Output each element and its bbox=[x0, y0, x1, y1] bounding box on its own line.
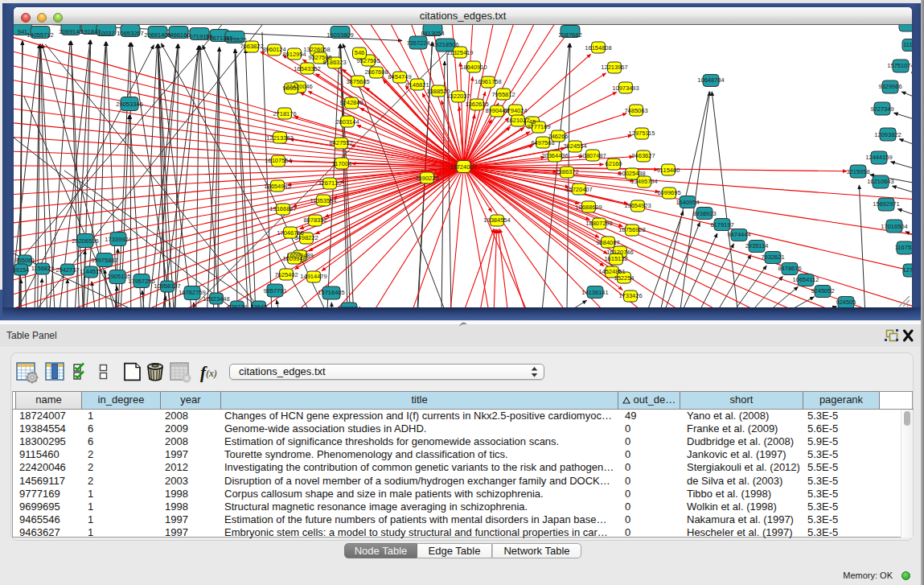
svg-text:13226058: 13226058 bbox=[303, 46, 330, 53]
svg-text:10654112: 10654112 bbox=[793, 276, 819, 283]
svg-text:19166827: 19166827 bbox=[269, 205, 296, 212]
svg-text:11325419: 11325419 bbox=[447, 49, 474, 56]
svg-text:9777169: 9777169 bbox=[527, 123, 550, 130]
svg-text:16033809: 16033809 bbox=[326, 31, 353, 39]
svg-text:20206536: 20206536 bbox=[72, 237, 98, 245]
svg-text:10025438: 10025438 bbox=[618, 170, 645, 177]
svg-text:16210643: 16210643 bbox=[867, 178, 893, 185]
svg-text:1640954: 1640954 bbox=[676, 199, 699, 206]
svg-text:10807487: 10807487 bbox=[579, 152, 606, 159]
svg-text:1733426: 1733426 bbox=[618, 292, 642, 299]
svg-text:19384554: 19384554 bbox=[483, 216, 510, 224]
svg-text:2803144: 2803144 bbox=[335, 118, 359, 126]
svg-text:2087682: 2087682 bbox=[558, 31, 581, 39]
svg-text:15716485: 15716485 bbox=[318, 289, 344, 296]
svg-text:8427552: 8427552 bbox=[329, 139, 352, 146]
svg-text:20364436: 20364436 bbox=[541, 152, 568, 159]
svg-text:12213967: 12213967 bbox=[601, 64, 627, 71]
svg-text:14914479: 14914479 bbox=[300, 273, 326, 280]
svg-text:7955812: 7955812 bbox=[491, 91, 515, 98]
svg-text:6099695: 6099695 bbox=[657, 189, 680, 196]
svg-text:1621022: 1621022 bbox=[506, 117, 529, 124]
svg-text:8912954: 8912954 bbox=[282, 51, 306, 58]
svg-text:117004: 117004 bbox=[332, 160, 351, 167]
svg-text:8813054: 8813054 bbox=[421, 30, 444, 37]
svg-text:7357224: 7357224 bbox=[406, 39, 429, 47]
svg-text:9329966: 9329966 bbox=[878, 83, 901, 90]
svg-text:10756928: 10756928 bbox=[618, 226, 645, 233]
svg-text:12776: 12776 bbox=[903, 266, 912, 274]
svg-text:29053346: 29053346 bbox=[116, 101, 142, 108]
svg-text:9084067: 9084067 bbox=[596, 239, 619, 246]
svg-text:9245052: 9245052 bbox=[811, 287, 834, 295]
svg-text:12213363: 12213363 bbox=[266, 134, 293, 142]
svg-text:1615132: 1615132 bbox=[604, 255, 627, 262]
svg-text:9857791: 9857791 bbox=[263, 287, 286, 295]
svg-text:99975887: 99975887 bbox=[91, 257, 117, 264]
svg-text:83645: 83645 bbox=[251, 303, 268, 307]
svg-text:12975115: 12975115 bbox=[629, 130, 655, 137]
svg-text:3267130: 3267130 bbox=[318, 179, 341, 187]
svg-text:2905334: 2905334 bbox=[337, 305, 360, 307]
svg-text:16782759: 16782759 bbox=[179, 289, 205, 296]
svg-text:8938923: 8938923 bbox=[692, 210, 716, 217]
svg-text:8322037: 8322037 bbox=[446, 93, 470, 100]
svg-text:10648784: 10648784 bbox=[697, 76, 724, 84]
svg-text:16961758: 16961758 bbox=[474, 78, 501, 85]
svg-text:8878352: 8878352 bbox=[303, 216, 326, 224]
svg-text:9242848: 9242848 bbox=[339, 99, 363, 106]
svg-text:2942737: 2942737 bbox=[55, 266, 79, 274]
svg-text:152254: 152254 bbox=[614, 274, 634, 282]
svg-text:16107554: 16107554 bbox=[265, 157, 291, 164]
svg-text:(x): (x) bbox=[206, 368, 217, 379]
svg-text:2867608: 2867608 bbox=[364, 68, 388, 76]
svg-text:8186323: 8186323 bbox=[322, 59, 346, 66]
svg-text:9463627: 9463627 bbox=[631, 152, 655, 159]
svg-text:1609948: 1609948 bbox=[282, 255, 306, 262]
svg-text:12905135: 12905135 bbox=[104, 273, 130, 280]
svg-text:16154808: 16154808 bbox=[585, 44, 611, 51]
svg-text:10688609: 10688609 bbox=[575, 204, 602, 211]
svg-text:12093822: 12093822 bbox=[874, 131, 901, 138]
svg-text:8454749: 8454749 bbox=[388, 73, 411, 80]
svg-text:7625402: 7625402 bbox=[274, 271, 298, 278]
svg-text:6497568: 6497568 bbox=[531, 139, 554, 146]
svg-text:19654923: 19654923 bbox=[624, 202, 651, 209]
svg-text:11353594: 11353594 bbox=[310, 197, 337, 204]
svg-text:98901: 98901 bbox=[283, 84, 300, 92]
svg-text:1117: 1117 bbox=[903, 41, 912, 48]
svg-text:2069140: 2069140 bbox=[59, 28, 82, 35]
svg-text:7386372: 7386372 bbox=[555, 168, 578, 175]
svg-text:9227349: 9227349 bbox=[870, 105, 893, 113]
svg-text:6179197: 6179197 bbox=[710, 221, 733, 229]
svg-text:7485063: 7485063 bbox=[624, 107, 647, 114]
svg-text:9146821: 9146821 bbox=[405, 81, 429, 89]
svg-text:14136141: 14136141 bbox=[581, 289, 608, 296]
svg-text:1144519: 1144519 bbox=[80, 268, 103, 275]
svg-text:16543362: 16543362 bbox=[294, 65, 320, 72]
svg-text:17016504: 17016504 bbox=[881, 223, 907, 230]
svg-text:19218506: 19218506 bbox=[432, 41, 458, 48]
svg-text:10973493: 10973493 bbox=[612, 84, 639, 92]
svg-text:924505: 924505 bbox=[836, 299, 856, 306]
svg-text:7932621: 7932621 bbox=[761, 253, 784, 261]
svg-text:116753: 116753 bbox=[895, 244, 912, 251]
svg-text:15720407: 15720407 bbox=[565, 186, 592, 193]
svg-text:13495794: 13495794 bbox=[630, 178, 657, 185]
svg-text:2718176: 2718176 bbox=[273, 110, 296, 117]
svg-text:12923448: 12923448 bbox=[203, 295, 229, 303]
svg-text:129234: 129234 bbox=[227, 303, 247, 307]
svg-text:10653267: 10653267 bbox=[117, 30, 143, 37]
svg-text:2935114: 2935114 bbox=[745, 242, 769, 249]
svg-text:3498222: 3498222 bbox=[294, 234, 318, 241]
svg-text:1156829: 1156829 bbox=[31, 265, 55, 272]
svg-text:3215958: 3215958 bbox=[846, 168, 869, 175]
svg-text:18640910: 18640910 bbox=[460, 64, 487, 71]
svg-text:10037: 10037 bbox=[98, 30, 115, 37]
svg-text:2590225: 2590225 bbox=[415, 175, 438, 182]
svg-text:10958107: 10958107 bbox=[154, 282, 180, 290]
svg-text:9115460: 9115460 bbox=[657, 167, 680, 174]
svg-text:3875685: 3875685 bbox=[346, 78, 369, 85]
svg-text:6794024: 6794024 bbox=[503, 107, 527, 114]
svg-text:18807299: 18807299 bbox=[585, 220, 612, 227]
